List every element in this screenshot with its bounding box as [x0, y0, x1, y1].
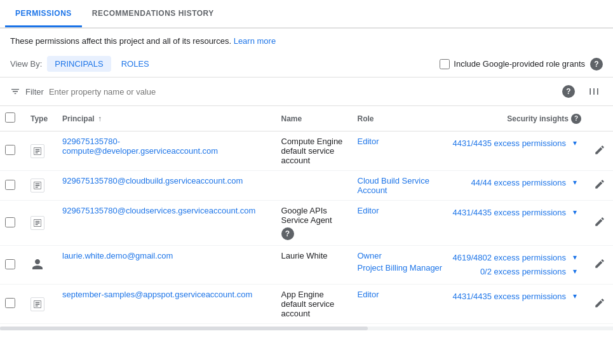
row-checkbox[interactable]	[5, 259, 15, 269]
name-help-icon[interactable]: ?	[281, 227, 294, 240]
security-row: 4431/4435 excess permissions ▾	[453, 290, 582, 302]
dropdown-arrow-icon[interactable]: ▾	[569, 206, 581, 219]
security-help-icon[interactable]: ?	[571, 114, 581, 124]
name-cell: Google APIs Service Agent ?	[276, 201, 353, 246]
view-by-row: View By: PRINCIPALS ROLES Include Google…	[0, 53, 613, 77]
security-link[interactable]: 4619/4802 excess permissions	[453, 253, 567, 262]
filter-help-icon[interactable]: ?	[560, 83, 577, 100]
security-row: 4431/4435 excess permissions ▾	[453, 137, 582, 149]
col-header-action	[586, 106, 613, 131]
view-roles-button[interactable]: ROLES	[114, 56, 157, 72]
security-cell: 4431/4435 excess permissions ▾	[448, 131, 587, 171]
role-link[interactable]: Owner	[358, 251, 382, 260]
edit-button[interactable]	[591, 215, 608, 231]
role2-link[interactable]: Project Billing Manager	[358, 263, 443, 273]
dropdown-arrow-icon[interactable]: ▾	[569, 251, 581, 264]
table-row: 929675135780@cloudbuild.gserviceaccount.…	[0, 171, 613, 201]
table-row: 929675135780@cloudservices.gserviceaccou…	[0, 201, 613, 246]
security-row-1: 4619/4802 excess permissions ▾	[453, 251, 582, 264]
view-principals-button[interactable]: PRINCIPALS	[47, 56, 111, 72]
security-cell: 4619/4802 excess permissions ▾ 0/2 exces…	[448, 246, 587, 285]
filter-right: ?	[560, 83, 603, 100]
tab-recommendations[interactable]: RECOMMENDATIONS HISTORY	[82, 0, 224, 27]
col-header-name: Name	[276, 106, 353, 131]
view-by-left: View By: PRINCIPALS ROLES	[10, 56, 157, 72]
security-cell: 4431/4435 excess permissions ▾	[448, 285, 587, 324]
security-row: 44/44 excess permissions ▾	[453, 176, 582, 189]
table-container: Type Principal ↑ Name Role Security insi…	[0, 106, 613, 324]
table-row: 929675135780-compute@developer.gservicea…	[0, 131, 613, 171]
view-by-label: View By:	[10, 59, 42, 69]
column-toggle-button[interactable]	[585, 83, 603, 100]
select-all-checkbox[interactable]	[5, 112, 15, 123]
role-link[interactable]: Cloud Build Service Account	[358, 176, 429, 195]
role-link[interactable]: Editor	[358, 290, 379, 299]
col-header-security: Security insights ?	[448, 106, 587, 131]
name-cell: Laurie White	[276, 246, 353, 285]
service-account-icon	[30, 179, 44, 192]
name-cell: App Engine default service account	[276, 285, 353, 324]
row-checkbox[interactable]	[5, 180, 15, 190]
dropdown-arrow-icon[interactable]: ▾	[569, 176, 581, 189]
security-row: 4431/4435 excess permissions ▾	[453, 206, 582, 219]
col-header-role: Role	[353, 106, 448, 131]
principal-link[interactable]: laurie.white.demo@gmail.com	[62, 251, 173, 260]
scrollbar-thumb[interactable]	[0, 327, 368, 330]
security-cell: 44/44 excess permissions ▾	[448, 171, 587, 201]
dropdown-arrow-icon[interactable]: ▾	[569, 290, 581, 302]
security-row-2: 0/2 excess permissions ▾	[453, 265, 582, 278]
col-header-check	[0, 106, 25, 131]
security-cell: 4431/4435 excess permissions ▾	[448, 201, 587, 246]
edit-button[interactable]	[591, 296, 608, 313]
security-link-2[interactable]: 0/2 excess permissions	[480, 267, 566, 276]
name-cell	[276, 171, 353, 201]
info-text: These permissions affect this project an…	[10, 36, 231, 46]
filter-input[interactable]	[49, 87, 176, 97]
edit-button[interactable]	[591, 143, 608, 159]
security-link[interactable]: 44/44 excess permissions	[471, 178, 566, 187]
security-link[interactable]: 4431/4435 excess permissions	[453, 208, 567, 217]
tab-permissions[interactable]: PERMISSIONS	[5, 0, 82, 27]
include-grants-label[interactable]: Include Google-provided role grants	[440, 59, 585, 69]
principal-link[interactable]: 929675135780@cloudservices.gserviceaccou…	[62, 206, 255, 215]
scrollbar-track	[0, 327, 613, 330]
role-link[interactable]: Editor	[358, 206, 379, 215]
table-row: september-samples@appspot.gserviceaccoun…	[0, 285, 613, 324]
table-row: laurie.white.demo@gmail.com Laurie White…	[0, 246, 613, 285]
role-cell: Owner Project Billing Manager	[353, 246, 448, 285]
info-bar: These permissions affect this project an…	[0, 29, 613, 53]
person-icon	[30, 257, 44, 271]
col-header-type: Type	[25, 106, 57, 131]
edit-button[interactable]	[591, 257, 608, 273]
filter-icon	[10, 86, 20, 97]
view-by-right: Include Google-provided role grants ?	[440, 58, 603, 71]
security-link[interactable]: 4431/4435 excess permissions	[453, 138, 567, 148]
dropdown-arrow-icon-2[interactable]: ▾	[569, 265, 581, 278]
dropdown-arrow-icon[interactable]: ▾	[569, 137, 581, 149]
service-account-icon	[30, 216, 44, 230]
service-account-icon	[30, 297, 44, 311]
permissions-table: Type Principal ↑ Name Role Security insi…	[0, 106, 613, 324]
principal-link[interactable]: 929675135780@cloudbuild.gserviceaccount.…	[62, 176, 243, 185]
include-grants-help-icon[interactable]: ?	[590, 58, 603, 71]
learn-more-link[interactable]: Learn more	[234, 36, 276, 46]
sort-arrow-icon: ↑	[98, 114, 102, 123]
col-header-principal[interactable]: Principal ↑	[57, 106, 276, 131]
service-account-icon	[30, 144, 44, 158]
filter-bar: Filter ?	[0, 77, 613, 106]
tabs-container: PERMISSIONS RECOMMENDATIONS HISTORY	[0, 0, 613, 29]
filter-label: Filter	[25, 87, 44, 97]
security-link[interactable]: 4431/4435 excess permissions	[453, 292, 567, 301]
role-link[interactable]: Editor	[358, 137, 379, 146]
name-cell: Compute Engine default service account	[276, 131, 353, 171]
edit-button[interactable]	[591, 177, 608, 194]
row-checkbox[interactable]	[5, 217, 15, 227]
row-checkbox[interactable]	[5, 145, 15, 155]
principal-link[interactable]: 929675135780-compute@developer.gservicea…	[62, 137, 218, 156]
principal-link[interactable]: september-samples@appspot.gserviceaccoun…	[62, 290, 252, 299]
row-checkbox[interactable]	[5, 298, 15, 308]
include-grants-text: Include Google-provided role grants	[454, 59, 585, 69]
table-header-row: Type Principal ↑ Name Role Security insi…	[0, 106, 613, 131]
filter-left: Filter	[10, 86, 176, 97]
include-grants-checkbox[interactable]	[440, 59, 450, 69]
